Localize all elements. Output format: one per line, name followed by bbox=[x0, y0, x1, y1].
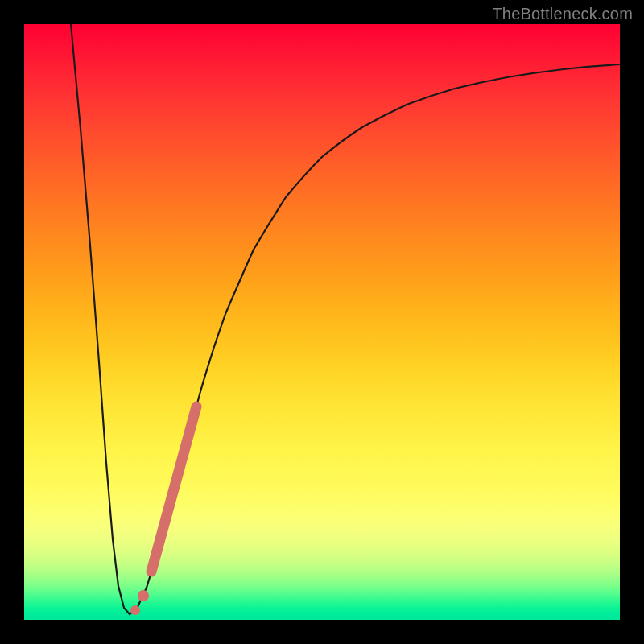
watermark-text: TheBottleneck.com bbox=[492, 5, 633, 23]
chart-frame: TheBottleneck.com bbox=[0, 0, 644, 644]
plot-area bbox=[24, 24, 620, 620]
gradient-background bbox=[24, 24, 620, 620]
